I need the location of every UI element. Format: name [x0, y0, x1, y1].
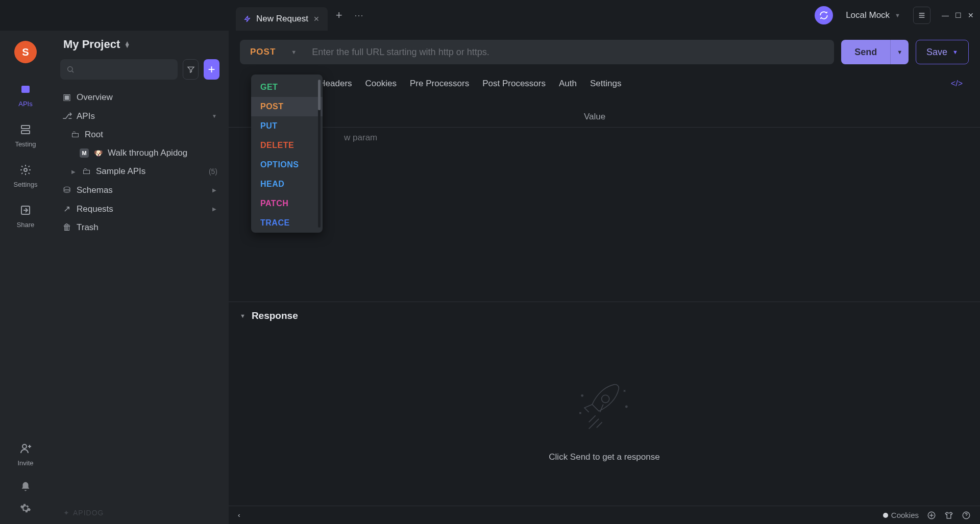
code-snippet-button[interactable]: </> — [951, 79, 966, 88]
tree-root-folder[interactable]: 🗀 Root — [57, 126, 223, 144]
trash-icon: 🗑 — [62, 222, 71, 233]
sync-button[interactable] — [815, 6, 833, 24]
method-option-get[interactable]: GET — [251, 78, 323, 97]
svg-point-12 — [581, 394, 583, 396]
tab-label: New Request — [256, 14, 308, 24]
rail-item-apis[interactable]: APIs — [18, 82, 33, 108]
dropdown-scrollbar[interactable] — [318, 80, 321, 228]
response-title: Response — [252, 310, 298, 321]
new-tab-button[interactable]: + — [330, 6, 348, 24]
method-label: POST — [250, 47, 276, 57]
url-group: POST ▼ GET POST PUT DELETE OPTIONS HEAD … — [240, 40, 834, 64]
collapse-sidebar-button[interactable]: ‹‹ — [238, 511, 238, 519]
tab-new-request[interactable]: New Request ✕ — [236, 7, 328, 31]
user-avatar[interactable]: S — [14, 41, 37, 63]
folder-icon: 🗀 — [82, 166, 91, 177]
chevron-down-icon: ▼ — [291, 49, 297, 55]
rocket-icon — [571, 373, 638, 440]
status-shirt-icon[interactable] — [944, 511, 953, 520]
invite-icon — [18, 441, 33, 456]
status-help-icon[interactable] — [962, 511, 971, 520]
chevron-down-icon: ▼ — [895, 12, 900, 18]
schema-icon: ⛁ — [62, 185, 71, 195]
sort-icon: ▲▼ — [124, 41, 130, 47]
svg-point-13 — [626, 406, 627, 407]
method-option-trace[interactable]: TRACE — [251, 213, 323, 233]
menu-button[interactable] — [913, 7, 930, 24]
titlebar: New Request ✕ + ⋯ Local Mock ▼ — ☐ ✕ — [0, 0, 980, 31]
chevron-right-icon: ▶ — [211, 206, 217, 212]
project-title: My Project — [63, 38, 120, 51]
tree-requests[interactable]: ↗ Requests ▶ — [57, 199, 223, 218]
chevron-right-icon: ▶ — [211, 187, 217, 193]
method-option-put[interactable]: PUT — [251, 116, 323, 136]
rail-label: Invite — [17, 459, 33, 467]
request-bar: POST ▼ GET POST PUT DELETE OPTIONS HEAD … — [229, 31, 980, 69]
environment-select[interactable]: Local Mock ▼ — [840, 7, 906, 24]
tab-strip: New Request ✕ + ⋯ — [236, 0, 369, 31]
environment-label: Local Mock — [846, 10, 890, 20]
maximize-button[interactable]: ☐ — [955, 11, 962, 19]
tab-pre-processors[interactable]: Pre Processors — [410, 73, 469, 94]
status-target-icon[interactable] — [927, 511, 936, 520]
status-bar: ‹‹ Cookies — [229, 506, 980, 524]
dot-icon — [883, 513, 888, 518]
search-input[interactable] — [75, 65, 172, 74]
add-button[interactable]: + — [204, 59, 219, 80]
method-select[interactable]: POST ▼ GET POST PUT DELETE OPTIONS HEAD … — [240, 40, 307, 64]
tree-sample-apis[interactable]: ▶ 🗀 Sample APIs (5) — [57, 162, 223, 181]
close-icon[interactable]: ✕ — [313, 15, 320, 23]
apidog-brand: ✦ APIDOG — [51, 502, 229, 524]
response-section: ▼ Response Click Send to get a response — [229, 302, 980, 506]
status-cookies[interactable]: Cookies — [883, 511, 919, 519]
brand-icon: ✦ — [63, 509, 70, 517]
settings-icon — [18, 162, 33, 178]
folder-icon: 🗀 — [70, 130, 80, 140]
tab-headers[interactable]: Headers — [319, 73, 352, 94]
minimize-button[interactable]: — — [942, 11, 949, 19]
search-icon — [66, 65, 75, 73]
response-header[interactable]: ▼ Response — [229, 302, 980, 330]
svg-point-11 — [602, 395, 609, 403]
send-button[interactable]: Send ▼ — [841, 40, 909, 64]
tab-cookies[interactable]: Cookies — [365, 73, 397, 94]
method-option-post[interactable]: POST — [251, 97, 323, 116]
tree-schemas[interactable]: ⛁ Schemas ▶ — [57, 181, 223, 199]
tab-auth[interactable]: Auth — [559, 73, 577, 94]
close-window-button[interactable]: ✕ — [968, 11, 974, 19]
method-dropdown: GET POST PUT DELETE OPTIONS HEAD PATCH T… — [251, 74, 323, 233]
gear-icon[interactable] — [20, 503, 31, 514]
search-input-wrap[interactable] — [60, 59, 178, 80]
filter-button[interactable] — [183, 59, 199, 80]
params-new-row[interactable]: Add a new param — [229, 128, 980, 148]
tree-trash[interactable]: 🗑 Trash — [57, 218, 223, 237]
response-empty-message: Click Send to get a response — [549, 452, 659, 462]
save-button[interactable]: Save ▼ — [916, 40, 969, 64]
method-option-patch[interactable]: PATCH — [251, 194, 323, 213]
tree-overview[interactable]: ▣ Overview — [57, 88, 223, 107]
sidebar-tree: ▣ Overview ⎇ APIs ▼ 🗀 Root M 🐶 Walk thro… — [51, 85, 229, 502]
method-option-options[interactable]: OPTIONS — [251, 155, 323, 174]
project-header[interactable]: My Project ▲▼ — [51, 31, 229, 54]
tree-walkthrough[interactable]: M 🐶 Walk through Apidog — [57, 144, 223, 162]
rail-item-invite[interactable]: Invite — [17, 441, 33, 467]
method-option-delete[interactable]: DELETE — [251, 136, 323, 155]
tab-overflow-button[interactable]: ⋯ — [350, 10, 369, 21]
svg-point-9 — [68, 67, 72, 71]
tree-apis[interactable]: ⎇ APIs ▼ — [57, 107, 223, 126]
chevron-right-icon: ▶ — [70, 169, 77, 174]
rail-item-share[interactable]: Share — [17, 203, 35, 229]
rail-item-testing[interactable]: Testing — [15, 122, 36, 148]
tab-settings[interactable]: Settings — [590, 73, 621, 94]
chevron-down-icon: ▼ — [240, 313, 246, 319]
bell-icon[interactable] — [20, 481, 31, 492]
url-input[interactable] — [307, 47, 834, 58]
sidebar: My Project ▲▼ + ▣ Overview ⎇ APIs ▼ — [51, 31, 229, 524]
tab-post-processors[interactable]: Post Processors — [482, 73, 546, 94]
save-label: Save — [926, 47, 947, 58]
rail-item-settings[interactable]: Settings — [14, 162, 38, 188]
send-dropdown-button[interactable]: ▼ — [890, 40, 909, 64]
method-option-head[interactable]: HEAD — [251, 174, 323, 194]
svg-rect-4 — [21, 126, 30, 129]
params-header-value: Value — [584, 112, 925, 122]
